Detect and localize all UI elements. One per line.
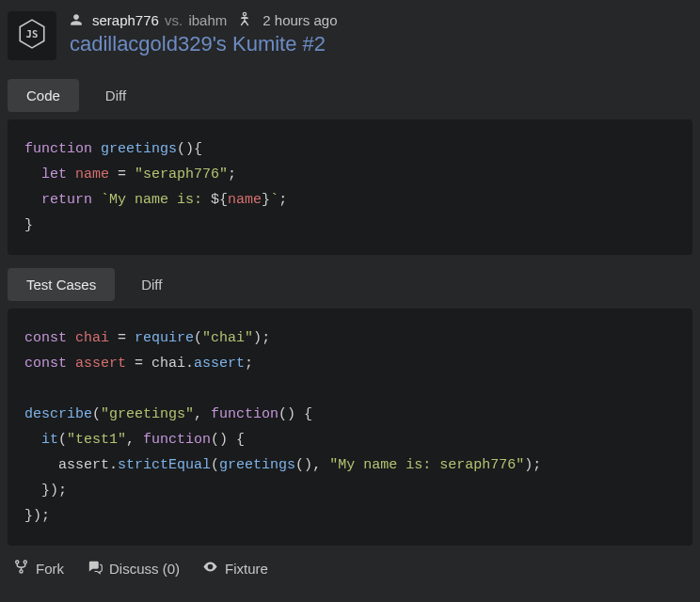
fixture-label: Fixture xyxy=(225,561,268,577)
code-text: } xyxy=(262,192,270,208)
kw-const: const xyxy=(24,330,67,346)
method-strictequal: strictEqual xyxy=(118,457,211,473)
string-literal: "greetings" xyxy=(101,406,194,422)
prop-assert: assert xyxy=(194,356,245,372)
code-text: . xyxy=(185,356,194,372)
kw-const: const xyxy=(24,356,67,372)
language-badge: JS xyxy=(8,11,56,60)
string-literal: "My name is: seraph776" xyxy=(329,457,524,473)
string-literal: "seraph776" xyxy=(135,166,228,182)
kw-function: function xyxy=(143,432,211,448)
code-text: ; xyxy=(278,192,287,208)
var-assert: assert xyxy=(75,356,126,372)
svg-point-5 xyxy=(209,565,212,568)
code-text: , xyxy=(312,457,329,473)
string-literal: "test1" xyxy=(67,432,126,448)
tab-diff-code[interactable]: Diff xyxy=(87,79,145,112)
fork-label: Fork xyxy=(36,561,64,577)
code-text: chai xyxy=(151,356,185,372)
eye-icon xyxy=(202,559,218,578)
template-literal: ` xyxy=(270,192,278,208)
code-text: (){ xyxy=(177,141,202,157)
tab-code[interactable]: Code xyxy=(8,79,79,112)
vs-label: vs. xyxy=(165,12,183,28)
kw-function: function xyxy=(24,141,92,157)
var-name: name xyxy=(75,166,109,182)
code-block: function greetings(){ let name = "seraph… xyxy=(8,119,692,255)
kumite-title[interactable]: cadillacgold329's Kumite #2 xyxy=(70,32,338,56)
code-text: , xyxy=(194,406,211,422)
user-icon xyxy=(70,13,83,26)
svg-point-3 xyxy=(24,561,26,563)
kw-let: let xyxy=(41,166,67,182)
code-text: } xyxy=(24,217,33,233)
spar-icon xyxy=(236,11,253,28)
code-text: ; xyxy=(262,330,270,346)
code-text: ); xyxy=(524,457,541,473)
svg-text:JS: JS xyxy=(26,28,39,40)
code-text: = xyxy=(109,330,135,346)
fork-button[interactable]: Fork xyxy=(13,559,64,578)
user-2[interactable]: ibahm xyxy=(188,12,227,28)
fork-icon xyxy=(13,559,29,578)
fn-require: require xyxy=(135,330,194,346)
tab-diff-tests[interactable]: Diff xyxy=(122,268,181,301)
template-literal: `My name is: xyxy=(101,192,211,208)
svg-point-4 xyxy=(20,570,23,573)
code-text: ; xyxy=(245,356,253,372)
fn-greetings-call: greetings xyxy=(219,457,295,473)
code-text: = xyxy=(126,356,151,372)
user-1[interactable]: seraph776 xyxy=(92,12,159,28)
kw-return: return xyxy=(41,192,92,208)
time-ago: 2 hours ago xyxy=(262,12,337,28)
svg-point-2 xyxy=(16,561,19,563)
code-text: () { xyxy=(211,432,245,448)
discuss-label: Discuss (0) xyxy=(109,561,180,577)
fn-describe: describe xyxy=(24,406,92,422)
code-text: , xyxy=(126,432,143,448)
string-literal: "chai" xyxy=(202,330,253,346)
code-text: assert xyxy=(58,457,109,473)
code-text: ; xyxy=(228,166,236,182)
fn-it: it xyxy=(41,432,58,448)
discuss-icon xyxy=(87,559,103,578)
fn-name: greetings xyxy=(101,141,177,157)
code-text: = xyxy=(109,166,135,182)
nodejs-icon: JS xyxy=(16,18,48,54)
kw-function: function xyxy=(211,406,278,422)
test-code-block: const chai = require("chai"); const asse… xyxy=(8,309,692,546)
var-chai: chai xyxy=(75,330,109,346)
svg-point-1 xyxy=(244,12,247,15)
code-text: . xyxy=(109,457,118,473)
tpl-var: name xyxy=(228,192,262,208)
code-text: }); xyxy=(24,508,50,524)
code-text: }); xyxy=(41,483,67,499)
tab-test-cases[interactable]: Test Cases xyxy=(8,268,115,301)
fixture-button[interactable]: Fixture xyxy=(202,559,268,578)
code-text: ${ xyxy=(211,192,228,208)
discuss-button[interactable]: Discuss (0) xyxy=(87,559,180,578)
code-text: () { xyxy=(278,406,312,422)
